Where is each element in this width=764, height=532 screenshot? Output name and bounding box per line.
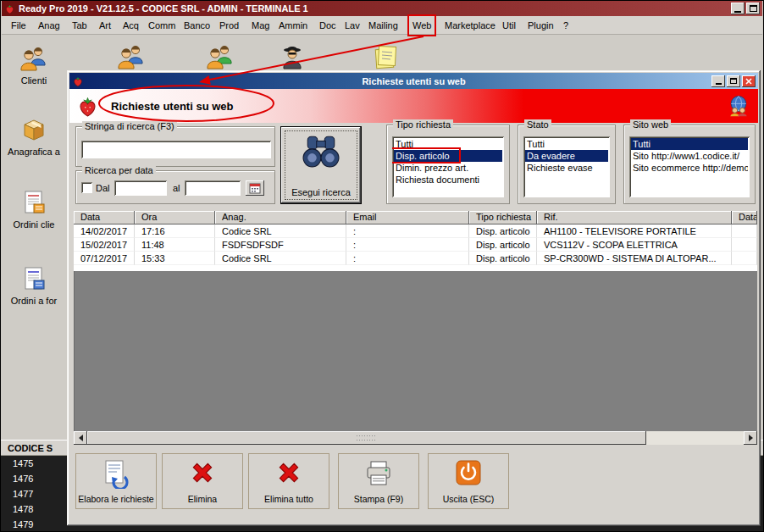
minimize-icon [734,11,741,13]
delete-x-icon [188,458,217,489]
listbox-option-disp-articolo[interactable]: Disp. articolo [394,150,502,162]
sidebar-item-label: Ordini clie [1,219,67,230]
menu-mailing[interactable]: Mailing [365,16,401,35]
cell-anag: Codice SRL [215,252,346,265]
listbox-option-tutti[interactable]: Tutti [631,138,748,150]
dialog-titlebar[interactable]: Richieste utenti su web [69,73,758,89]
listbox-option-richieste-evase[interactable]: Richieste evase [525,162,608,174]
elabora-richieste-button[interactable]: Elabora le richieste [75,453,157,509]
dal-checkbox[interactable] [81,182,92,193]
menu-ammin[interactable]: Ammin [275,16,311,35]
elimina-button[interactable]: Elimina [162,453,243,509]
col-header-ora[interactable]: Ora [135,211,215,224]
sidebar-item-clienti[interactable]: Clienti [1,45,67,86]
esegui-ricerca-button[interactable]: Esegui ricerca [280,126,362,204]
col-header-data2[interactable]: Data [732,211,757,224]
delete-all-x-icon [274,458,303,489]
cell-data2 [732,224,757,238]
table-row[interactable]: 15/02/2017 11:48 FSDFSDFSDF : Disp. arti… [74,238,757,252]
table-row[interactable]: 07/12/2017 15:33 Codice SRL : Disp. arti… [74,252,757,265]
stampa-label: Stampa (F9) [340,494,418,504]
package-icon [19,116,48,145]
al-label: al [173,182,180,194]
scrollbar-thumb[interactable] [87,431,646,445]
listbox-option-dimin-prezzo[interactable]: Dimin. prezzo art. [394,162,502,174]
menu-comm[interactable]: Comm [145,16,179,35]
dialog-minimize-button[interactable] [711,75,725,87]
clients-icon [19,45,48,74]
process-requests-icon [101,458,131,490]
col-header-tipo[interactable]: Tipo richiesta [469,211,537,224]
listbox-option-tutti[interactable]: Tutti [394,138,502,150]
search-string-input[interactable] [81,141,271,158]
menu-prod[interactable]: Prod [216,16,242,35]
listbox-option-sito-ecommerce[interactable]: Sito ecommerce http://demo [631,162,748,174]
stampa-button[interactable]: Stampa (F9) [338,453,419,509]
cell-data: 15/02/2017 [74,238,135,252]
menu-doc[interactable]: Doc [316,16,340,35]
elimina-tutto-button[interactable]: Elimina tutto [248,453,329,509]
sidebar-item-label: Anagrafica a [1,147,67,157]
tipo-richiesta-listbox[interactable]: Tutti Disp. articolo Dimin. prezzo art. … [392,136,504,197]
toolbar-agent-icon[interactable] [278,43,308,72]
scroll-left-button[interactable] [74,431,87,445]
col-header-data[interactable]: Data [74,211,135,224]
menu-help[interactable]: ? [560,16,572,35]
menu-web[interactable]: Web [409,16,435,35]
sidebar-item-ordini-clienti[interactable]: Ordini clie [1,189,67,230]
toolbar-notes-icon[interactable] [371,43,401,72]
power-exit-icon [454,458,483,489]
calendar-icon [249,182,261,194]
dialog-maximize-button[interactable] [727,75,740,87]
dialog-close-button[interactable] [742,75,756,87]
cell-tipo: Disp. articolo [469,238,537,252]
menu-plugin[interactable]: Plugin [524,16,557,35]
menu-marketplace[interactable]: Marketplace [441,16,499,35]
menu-tab[interactable]: Tab [69,16,91,35]
scroll-right-button[interactable] [744,431,757,445]
menu-file[interactable]: File [8,16,30,35]
listbox-option-sito-codice[interactable]: Sito http://www1.codice.it/ [631,150,748,162]
app-window: Ready Pro 2019 - V21.12.5 - CODICE SRL -… [0,0,764,532]
maximize-button[interactable] [746,3,760,14]
table-row[interactable]: 14/02/2017 17:16 Codice SRL : Disp. arti… [74,224,757,238]
sito-web-listbox[interactable]: Tutti Sito http://www1.codice.it/ Sito e… [629,136,750,197]
listbox-option-richiesta-documenti[interactable]: Richiesta documenti [394,174,502,186]
cell-ora: 15:33 [135,252,215,265]
cell-ora: 17:16 [135,224,215,238]
horizontal-scrollbar[interactable] [74,431,757,445]
menu-art[interactable]: Art [96,16,114,35]
menu-util[interactable]: Util [499,16,519,35]
col-header-rif[interactable]: Rif. [537,211,732,224]
binoculars-icon [299,134,343,171]
col-header-anag[interactable]: Anag. [215,211,346,224]
col-header-email[interactable]: Email [346,211,469,224]
thumb-grip [357,435,377,441]
menu-acq[interactable]: Acq [119,16,142,35]
toolbar-clients-green-icon[interactable] [206,43,236,72]
listbox-option-tutti[interactable]: Tutti [525,138,608,150]
requests-table: Data Ora Anag. Email Tipo richiesta Rif.… [74,211,757,431]
date-to-input[interactable] [185,180,241,196]
window-titlebar[interactable]: Ready Pro 2019 - V21.12.5 - CODICE SRL -… [2,1,762,16]
menu-mag[interactable]: Mag [248,16,273,35]
date-from-input[interactable] [114,180,167,196]
dialog-richieste-utenti-web: Richieste utenti su web Richieste utenti… [67,70,761,526]
toolbar-clients-icon[interactable] [117,43,147,72]
elimina-tutto-label: Elimina tutto [250,494,328,504]
minimize-button[interactable] [731,3,745,14]
menu-lav[interactable]: Lav [341,16,363,35]
sidebar-item-ordini-fornitori[interactable]: Ordini a for [1,265,67,306]
sidebar-item-anagrafica[interactable]: Anagrafica a [1,116,67,157]
uscita-button[interactable]: Uscita (ESC) [428,453,509,509]
arrow-right-icon [749,435,756,441]
stato-listbox[interactable]: Tutti Da evadere Richieste evase [523,136,610,197]
sidebar-item-label: Clienti [1,75,67,86]
date-picker-button[interactable] [246,180,264,196]
menu-banco[interactable]: Banco [180,16,213,35]
window-controls [731,3,760,14]
cell-tipo: Disp. articolo [469,252,537,265]
listbox-option-da-evadere[interactable]: Da evadere [525,150,608,162]
menu-anag[interactable]: Anag [35,16,64,35]
cell-email: : [346,224,469,238]
